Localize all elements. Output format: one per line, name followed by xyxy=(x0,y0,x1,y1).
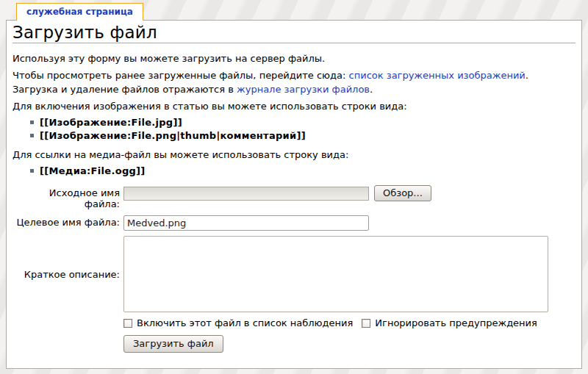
tab-special-page-label: служебная страница xyxy=(26,7,133,17)
intro-paragraph: Используя эту форму вы можете загрузить … xyxy=(12,51,576,65)
ignore-warnings-option: Игнорировать предупреждения xyxy=(362,317,537,328)
log-line-period: . xyxy=(370,84,373,95)
summary-row: Краткое описание: xyxy=(12,236,576,312)
source-file-label: Исходное имя файла: xyxy=(12,185,120,209)
summary-textarea[interactable] xyxy=(123,236,548,312)
watchlist-option: Включить этот файл в список наблюдения xyxy=(123,317,353,328)
checkbox-row: Включить этот файл в список наблюдения И… xyxy=(123,317,576,328)
tab-special-page[interactable]: служебная страница xyxy=(16,3,143,21)
content-panel: Загрузить файл Используя эту форму вы мо… xyxy=(6,20,582,369)
target-file-input[interactable] xyxy=(123,215,369,231)
target-file-label: Целевое имя файла: xyxy=(12,215,120,228)
browse-button[interactable]: Обзор... xyxy=(374,185,431,201)
media-syntax-example: [[Медиа:File.ogg]] xyxy=(30,165,576,178)
image-syntax-intro: Для включения изображения в статью вы мо… xyxy=(12,99,576,113)
image-syntax-list: [[Изображение:File.jpg]] [[Изображение:F… xyxy=(12,116,576,143)
submit-row: Загрузить файл xyxy=(123,335,576,353)
ignore-warnings-checkbox[interactable] xyxy=(362,319,370,328)
source-file-input[interactable] xyxy=(123,187,369,201)
summary-label: Краткое описание: xyxy=(12,269,120,280)
image-syntax-example: [[Изображение:File.png|thumb|комментарий… xyxy=(30,129,576,143)
upload-log-link[interactable]: журнале загрузки файлов xyxy=(237,84,370,95)
log-line-text: Загрузка и удаление файлов отражаются в xyxy=(12,84,237,95)
media-syntax-intro: Для ссылки на медиа-файл вы можете испол… xyxy=(12,148,576,162)
upload-form: Исходное имя файла: Обзор... Целевое имя… xyxy=(12,185,576,353)
page-title: Загрузить файл xyxy=(12,24,576,43)
upload-submit-button[interactable]: Загрузить файл xyxy=(123,335,223,353)
uploaded-files-list-link[interactable]: список загруженных изображений xyxy=(349,70,526,81)
target-file-row: Целевое имя файла: xyxy=(12,215,576,231)
history-line-text: Чтобы просмотреть ранее загруженные файл… xyxy=(12,70,349,81)
media-syntax-list: [[Медиа:File.ogg]] xyxy=(12,165,576,178)
watchlist-checkbox[interactable] xyxy=(123,319,132,328)
links-paragraph: Чтобы просмотреть ранее загруженные файл… xyxy=(12,68,576,96)
image-syntax-example: [[Изображение:File.jpg]] xyxy=(30,116,576,129)
history-line-period: . xyxy=(526,70,528,81)
watchlist-checkbox-label: Включить этот файл в список наблюдения xyxy=(137,317,353,328)
source-file-row: Исходное имя файла: Обзор... xyxy=(12,185,576,209)
ignore-warnings-checkbox-label: Игнорировать предупреждения xyxy=(375,317,537,328)
